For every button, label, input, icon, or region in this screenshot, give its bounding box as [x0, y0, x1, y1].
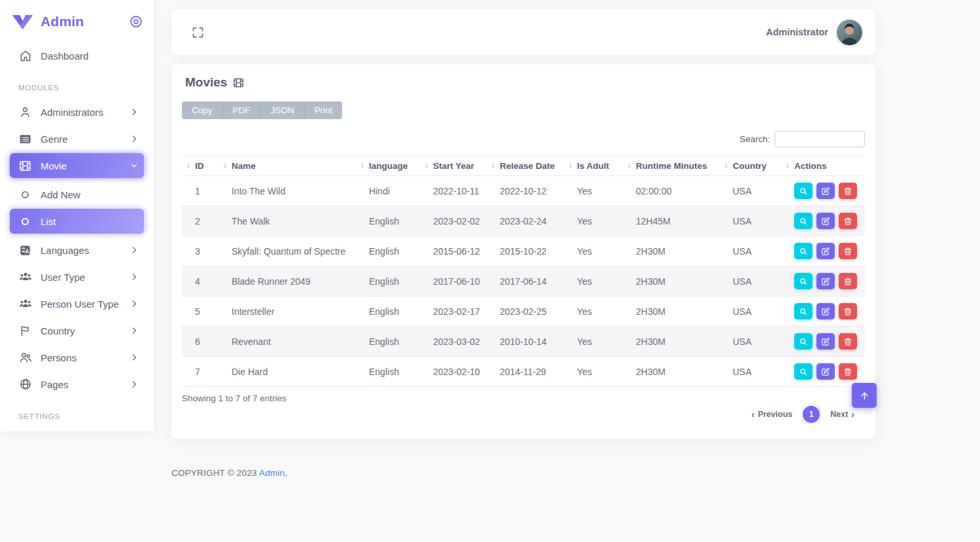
sidebar-item-label: Add New — [41, 189, 139, 200]
brand-name: Admin — [41, 14, 129, 29]
delete-button[interactable] — [839, 183, 857, 199]
sidebar-item-dashboard[interactable]: Dashboard — [10, 43, 144, 68]
view-button[interactable] — [794, 303, 813, 319]
cell-release-date: 2023-02-24 — [487, 206, 564, 236]
cell-release-date: 2017-06-14 — [487, 266, 564, 297]
cell-country: USA — [720, 176, 781, 206]
cell-runtime: 2H30M — [623, 266, 720, 297]
sidebar-item-pages[interactable]: Pages — [10, 372, 144, 397]
cell-is-adult: Yes — [564, 266, 623, 297]
table-row: 3 Skyfall: Quantum of Spectre English 20… — [182, 236, 865, 266]
sidebar-item-country[interactable]: Country — [10, 318, 144, 343]
search-input[interactable] — [775, 131, 865, 147]
page-1-button[interactable]: 1 — [803, 406, 820, 423]
pdf-button[interactable]: PDF — [222, 101, 260, 119]
delete-button[interactable] — [839, 303, 857, 319]
sidebar-item-languages[interactable]: Languages — [10, 238, 144, 262]
brand-logo-icon — [12, 14, 33, 29]
view-button[interactable] — [794, 333, 813, 350]
sidebar-item-person-user-type[interactable]: Person User Type — [10, 291, 144, 316]
edit-button[interactable] — [816, 213, 835, 229]
table-row: 1 Into The Wild Hindi 2022-10-11 2022-10… — [182, 176, 865, 206]
search-label: Search: — [739, 134, 770, 144]
copy-button[interactable]: Copy — [182, 101, 222, 119]
delete-button[interactable] — [839, 333, 857, 350]
sidebar-item-label: Dashboard — [41, 50, 139, 62]
cell-country: USA — [720, 327, 781, 357]
json-button[interactable]: JSON — [260, 101, 304, 119]
edit-button[interactable] — [816, 273, 835, 289]
cell-release-date: 2015-10-22 — [487, 236, 564, 266]
footer-copyright: COPYRIGHT © 2023 Admin, — [171, 468, 287, 478]
chevron-left-icon: ‹ — [752, 410, 755, 419]
view-button[interactable] — [794, 213, 813, 229]
column-header-name[interactable]: Name — [219, 156, 356, 176]
view-button[interactable] — [794, 273, 813, 289]
delete-button[interactable] — [839, 363, 857, 380]
sidebar-item-persons[interactable]: Persons — [10, 345, 144, 370]
table-row: 5 Intersteller English 2023-02-17 2023-0… — [182, 297, 865, 327]
cell-actions — [781, 266, 865, 297]
sidebar-item-label: Movie — [41, 160, 130, 172]
chevron-right-icon — [130, 272, 139, 281]
circle-icon — [18, 188, 32, 202]
film-icon — [18, 159, 32, 173]
person-icon — [18, 105, 32, 119]
cell-country: USA — [720, 236, 781, 266]
previous-page-button[interactable]: ‹ Previous — [748, 407, 796, 422]
edit-button[interactable] — [816, 333, 835, 350]
cell-actions — [781, 357, 865, 387]
sidebar-item-genre[interactable]: Genre — [10, 126, 144, 151]
sidebar-item-movie[interactable]: Movie — [10, 153, 144, 178]
fullscreen-button[interactable] — [191, 26, 205, 39]
sidebar-item-administrators[interactable]: Administrators — [10, 99, 144, 124]
print-button[interactable]: Print — [304, 101, 343, 119]
column-header-language[interactable]: language — [356, 156, 420, 176]
table-row: 2 The Walk English 2023-02-02 2023-02-24… — [182, 206, 865, 236]
edit-button[interactable] — [816, 243, 835, 259]
disc-icon — [129, 14, 143, 29]
column-header-start-year[interactable]: Start Year — [420, 156, 487, 176]
sort-icon — [359, 162, 366, 170]
edit-button[interactable] — [816, 363, 835, 380]
avatar[interactable] — [837, 20, 862, 45]
cell-language: English — [356, 266, 420, 297]
column-header-country[interactable]: Country — [720, 156, 781, 176]
table-info: Showing 1 to 7 of 7 entries — [182, 393, 287, 403]
column-header-runtime[interactable]: Runtime Minutes — [623, 156, 720, 176]
delete-button[interactable] — [839, 243, 857, 259]
edit-button[interactable] — [816, 183, 835, 199]
scroll-top-button[interactable] — [852, 383, 877, 408]
brand: Admin — [0, 0, 154, 33]
cell-actions — [781, 206, 865, 236]
cell-is-adult: Yes — [564, 206, 623, 236]
table-header-row: ID Name language Start Year Release Date… — [182, 156, 865, 176]
trash-icon — [843, 277, 852, 286]
copyright-text: COPYRIGHT © 2023 — [171, 468, 257, 478]
view-button[interactable] — [794, 183, 813, 199]
sidebar-item-add-new[interactable]: Add New — [10, 182, 144, 207]
delete-button[interactable] — [839, 273, 857, 289]
edit-button[interactable] — [816, 303, 835, 319]
view-button[interactable] — [794, 243, 813, 259]
footer-brand-link[interactable]: Admin, — [259, 468, 287, 478]
arrow-up-icon — [859, 390, 870, 401]
view-button[interactable] — [794, 363, 813, 380]
users-group-icon — [18, 297, 32, 311]
cell-is-adult: Yes — [564, 236, 623, 266]
delete-button[interactable] — [839, 213, 857, 229]
circle-icon — [18, 215, 32, 228]
chevron-right-icon — [130, 353, 139, 362]
next-page-button[interactable]: Next › — [826, 407, 858, 422]
column-header-is-adult[interactable]: Is Adult — [564, 156, 623, 176]
cell-release-date: 2010-10-14 — [487, 327, 564, 357]
sidebar-item-label: Person User Type — [41, 298, 130, 310]
sidebar-item-user-type[interactable]: User Type — [10, 264, 144, 289]
sidebar-toggle[interactable] — [129, 14, 143, 29]
search-icon — [799, 217, 808, 226]
column-header-release-date[interactable]: Release Date — [487, 156, 564, 176]
edit-icon — [821, 367, 830, 376]
section-modules: MODULES — [0, 70, 154, 98]
column-header-id[interactable]: ID — [182, 156, 219, 176]
sidebar-item-list[interactable]: List — [10, 209, 144, 234]
